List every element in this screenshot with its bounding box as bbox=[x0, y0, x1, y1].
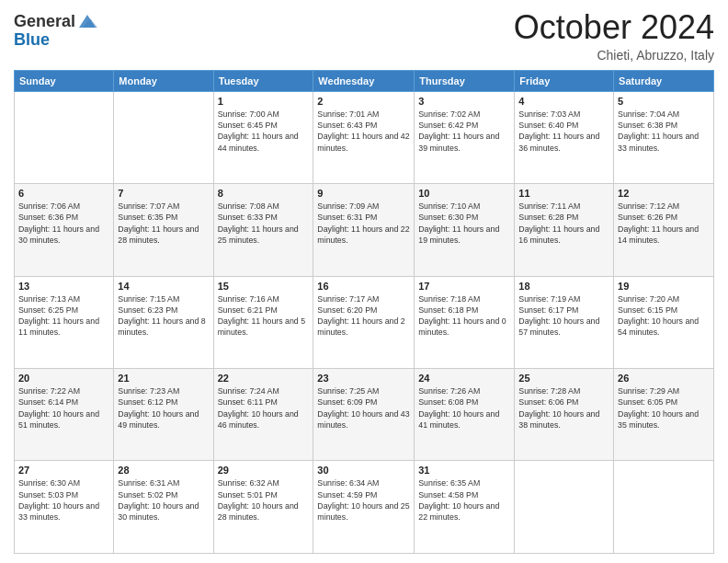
calendar-week-row: 1Sunrise: 7:00 AM Sunset: 6:45 PM Daylig… bbox=[15, 91, 714, 183]
calendar-cell: 27Sunrise: 6:30 AM Sunset: 5:03 PM Dayli… bbox=[15, 461, 114, 554]
day-info: Sunrise: 7:01 AM Sunset: 6:43 PM Dayligh… bbox=[317, 109, 410, 154]
day-number: 21 bbox=[118, 373, 209, 384]
day-info: Sunrise: 7:13 AM Sunset: 6:25 PM Dayligh… bbox=[18, 293, 109, 339]
calendar-cell: 17Sunrise: 7:18 AM Sunset: 6:18 PM Dayli… bbox=[415, 276, 515, 368]
day-info: Sunrise: 7:19 AM Sunset: 6:17 PM Dayligh… bbox=[518, 293, 609, 339]
calendar-cell: 26Sunrise: 7:29 AM Sunset: 6:05 PM Dayli… bbox=[614, 369, 714, 461]
day-number: 10 bbox=[418, 188, 510, 199]
calendar-cell: 14Sunrise: 7:15 AM Sunset: 6:23 PM Dayli… bbox=[114, 276, 213, 368]
day-info: Sunrise: 7:10 AM Sunset: 6:30 PM Dayligh… bbox=[418, 201, 510, 246]
day-info: Sunrise: 7:15 AM Sunset: 6:23 PM Dayligh… bbox=[118, 293, 209, 339]
day-number: 6 bbox=[18, 188, 109, 199]
day-number: 20 bbox=[18, 373, 109, 384]
calendar-table: SundayMondayTuesdayWednesdayThursdayFrid… bbox=[14, 70, 714, 554]
header-row: SundayMondayTuesdayWednesdayThursdayFrid… bbox=[15, 70, 714, 91]
calendar-cell: 22Sunrise: 7:24 AM Sunset: 6:11 PM Dayli… bbox=[213, 369, 313, 461]
calendar-week-row: 6Sunrise: 7:06 AM Sunset: 6:36 PM Daylig… bbox=[15, 184, 714, 276]
day-info: Sunrise: 7:04 AM Sunset: 6:38 PM Dayligh… bbox=[618, 109, 710, 154]
day-number: 1 bbox=[218, 96, 310, 107]
logo: General Blue bbox=[14, 13, 97, 50]
day-number: 14 bbox=[118, 281, 209, 292]
day-number: 27 bbox=[18, 465, 109, 476]
day-info: Sunrise: 7:09 AM Sunset: 6:31 PM Dayligh… bbox=[317, 201, 410, 246]
calendar-cell: 4Sunrise: 7:03 AM Sunset: 6:40 PM Daylig… bbox=[515, 91, 614, 183]
calendar-cell: 6Sunrise: 7:06 AM Sunset: 6:36 PM Daylig… bbox=[15, 184, 114, 276]
calendar-cell: 25Sunrise: 7:28 AM Sunset: 6:06 PM Dayli… bbox=[515, 369, 614, 461]
day-number: 3 bbox=[418, 96, 510, 107]
calendar-cell: 28Sunrise: 6:31 AM Sunset: 5:02 PM Dayli… bbox=[114, 461, 213, 554]
day-info: Sunrise: 7:28 AM Sunset: 6:06 PM Dayligh… bbox=[518, 385, 609, 431]
day-number: 22 bbox=[218, 373, 310, 384]
day-info: Sunrise: 7:08 AM Sunset: 6:33 PM Dayligh… bbox=[218, 201, 310, 246]
calendar-cell: 5Sunrise: 7:04 AM Sunset: 6:38 PM Daylig… bbox=[614, 91, 714, 183]
day-info: Sunrise: 7:12 AM Sunset: 6:26 PM Dayligh… bbox=[618, 201, 710, 246]
logo-general-text: General bbox=[14, 13, 75, 31]
day-info: Sunrise: 7:11 AM Sunset: 6:28 PM Dayligh… bbox=[518, 201, 609, 246]
day-number: 4 bbox=[518, 96, 609, 107]
day-number: 8 bbox=[218, 188, 310, 199]
day-info: Sunrise: 7:00 AM Sunset: 6:45 PM Dayligh… bbox=[218, 109, 310, 154]
day-number: 5 bbox=[618, 96, 710, 107]
page: General Blue October 2024 Chieti, Abruzz… bbox=[0, 0, 728, 563]
day-info: Sunrise: 7:17 AM Sunset: 6:20 PM Dayligh… bbox=[317, 293, 410, 339]
day-info: Sunrise: 7:20 AM Sunset: 6:15 PM Dayligh… bbox=[618, 293, 710, 339]
day-info: Sunrise: 7:07 AM Sunset: 6:35 PM Dayligh… bbox=[118, 201, 209, 246]
day-info: Sunrise: 7:24 AM Sunset: 6:11 PM Dayligh… bbox=[218, 385, 310, 431]
day-number: 17 bbox=[418, 281, 510, 292]
day-number: 15 bbox=[218, 281, 310, 292]
day-number: 30 bbox=[317, 465, 410, 476]
day-number: 28 bbox=[118, 465, 209, 476]
calendar-cell: 23Sunrise: 7:25 AM Sunset: 6:09 PM Dayli… bbox=[313, 369, 415, 461]
day-number: 29 bbox=[218, 465, 310, 476]
day-info: Sunrise: 7:25 AM Sunset: 6:09 PM Dayligh… bbox=[317, 385, 410, 431]
day-info: Sunrise: 7:02 AM Sunset: 6:42 PM Dayligh… bbox=[418, 109, 510, 154]
day-info: Sunrise: 7:22 AM Sunset: 6:14 PM Dayligh… bbox=[18, 385, 109, 431]
title-block: October 2024 Chieti, Abruzzo, Italy bbox=[514, 9, 714, 63]
calendar-cell: 10Sunrise: 7:10 AM Sunset: 6:30 PM Dayli… bbox=[415, 184, 515, 276]
day-info: Sunrise: 7:03 AM Sunset: 6:40 PM Dayligh… bbox=[518, 109, 609, 154]
calendar-cell: 12Sunrise: 7:12 AM Sunset: 6:26 PM Dayli… bbox=[614, 184, 714, 276]
calendar-cell: 19Sunrise: 7:20 AM Sunset: 6:15 PM Dayli… bbox=[614, 276, 714, 368]
logo-icon bbox=[77, 11, 97, 31]
calendar-cell: 20Sunrise: 7:22 AM Sunset: 6:14 PM Dayli… bbox=[15, 369, 114, 461]
day-number: 11 bbox=[518, 188, 609, 199]
day-info: Sunrise: 7:06 AM Sunset: 6:36 PM Dayligh… bbox=[18, 201, 109, 246]
calendar-cell: 1Sunrise: 7:00 AM Sunset: 6:45 PM Daylig… bbox=[213, 91, 313, 183]
calendar-cell bbox=[515, 461, 614, 554]
calendar-body: 1Sunrise: 7:00 AM Sunset: 6:45 PM Daylig… bbox=[15, 91, 714, 553]
day-number: 9 bbox=[317, 188, 410, 199]
calendar-cell: 21Sunrise: 7:23 AM Sunset: 6:12 PM Dayli… bbox=[114, 369, 213, 461]
day-info: Sunrise: 6:34 AM Sunset: 4:59 PM Dayligh… bbox=[317, 477, 410, 523]
day-of-week-header: Thursday bbox=[415, 70, 515, 91]
day-number: 24 bbox=[418, 373, 510, 384]
day-number: 2 bbox=[317, 96, 410, 107]
calendar-cell: 29Sunrise: 6:32 AM Sunset: 5:01 PM Dayli… bbox=[213, 461, 313, 554]
calendar-week-row: 13Sunrise: 7:13 AM Sunset: 6:25 PM Dayli… bbox=[15, 276, 714, 368]
day-info: Sunrise: 7:23 AM Sunset: 6:12 PM Dayligh… bbox=[118, 385, 209, 431]
day-number: 26 bbox=[618, 373, 710, 384]
calendar-cell: 18Sunrise: 7:19 AM Sunset: 6:17 PM Dayli… bbox=[515, 276, 614, 368]
day-of-week-header: Sunday bbox=[15, 70, 114, 91]
day-info: Sunrise: 7:29 AM Sunset: 6:05 PM Dayligh… bbox=[618, 385, 710, 431]
day-number: 31 bbox=[418, 465, 510, 476]
calendar-cell: 8Sunrise: 7:08 AM Sunset: 6:33 PM Daylig… bbox=[213, 184, 313, 276]
day-info: Sunrise: 7:18 AM Sunset: 6:18 PM Dayligh… bbox=[418, 293, 510, 339]
day-info: Sunrise: 6:30 AM Sunset: 5:03 PM Dayligh… bbox=[18, 477, 109, 523]
day-of-week-header: Saturday bbox=[614, 70, 714, 91]
calendar-cell: 13Sunrise: 7:13 AM Sunset: 6:25 PM Dayli… bbox=[15, 276, 114, 368]
day-number: 23 bbox=[317, 373, 410, 384]
calendar-week-row: 27Sunrise: 6:30 AM Sunset: 5:03 PM Dayli… bbox=[15, 461, 714, 554]
calendar-cell: 24Sunrise: 7:26 AM Sunset: 6:08 PM Dayli… bbox=[415, 369, 515, 461]
day-number: 18 bbox=[518, 281, 609, 292]
calendar-cell: 11Sunrise: 7:11 AM Sunset: 6:28 PM Dayli… bbox=[515, 184, 614, 276]
day-number: 7 bbox=[118, 188, 209, 199]
day-number: 19 bbox=[618, 281, 710, 292]
day-number: 12 bbox=[618, 188, 710, 199]
month-title: October 2024 bbox=[514, 9, 714, 46]
calendar-cell bbox=[15, 91, 114, 183]
header: General Blue October 2024 Chieti, Abruzz… bbox=[14, 9, 714, 63]
calendar-cell bbox=[114, 91, 213, 183]
day-of-week-header: Wednesday bbox=[313, 70, 415, 91]
day-info: Sunrise: 6:35 AM Sunset: 4:58 PM Dayligh… bbox=[418, 477, 510, 523]
day-of-week-header: Monday bbox=[114, 70, 213, 91]
